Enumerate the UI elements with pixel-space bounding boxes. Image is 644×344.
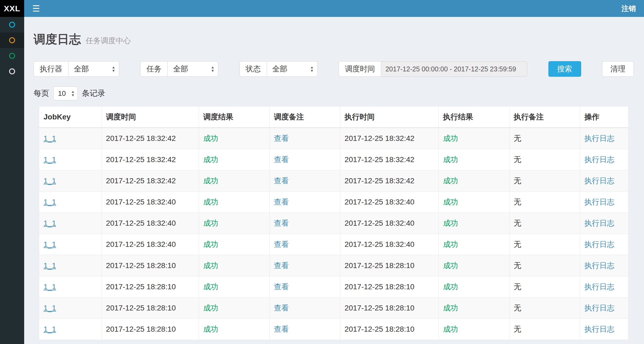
select-arrows-icon: ▲▼ — [310, 65, 314, 72]
table-row: 1_12017-12-25 18:28:10成功查看2017-12-25 18:… — [39, 319, 628, 340]
column-header: 执行备注 — [509, 107, 580, 128]
trigger-msg-link[interactable]: 查看 — [274, 261, 289, 270]
handle-msg-cell: 无 — [509, 255, 580, 276]
hamburger-menu-icon[interactable]: ☰ — [32, 4, 40, 13]
table-row: 1_12017-12-25 18:28:10成功查看2017-12-25 18:… — [39, 276, 628, 298]
time-range-input[interactable] — [381, 61, 527, 77]
exec-log-link[interactable]: 执行日志 — [584, 283, 614, 291]
app-logo[interactable]: XXL — [0, 0, 24, 17]
page-header: 调度日志 任务调度中心 — [34, 31, 634, 47]
exec-log-link[interactable]: 执行日志 — [584, 155, 614, 164]
trigger-time-cell: 2017-12-25 18:28:10 — [102, 276, 199, 298]
jobkey-link[interactable]: 1_1 — [44, 134, 56, 142]
handle-result-cell: 成功 — [439, 128, 509, 149]
column-header: 调度备注 — [269, 107, 340, 128]
jobkey-link[interactable]: 1_1 — [44, 219, 56, 227]
trigger-result-cell: 成功 — [199, 149, 269, 170]
select-arrows-icon: ▲▼ — [112, 65, 115, 72]
exec-log-link-cell: 执行日志 — [580, 255, 628, 276]
clear-button[interactable]: 清理 — [602, 61, 634, 77]
trigger-msg-link[interactable]: 查看 — [274, 134, 289, 142]
sidebar-item-4[interactable] — [0, 64, 24, 79]
exec-log-link[interactable]: 执行日志 — [584, 177, 614, 185]
sidebar-menu — [0, 17, 24, 344]
trigger-msg-link-cell: 查看 — [269, 234, 340, 255]
circle-icon — [9, 37, 15, 43]
sidebar-item-2[interactable] — [0, 32, 24, 48]
log-table-body: 1_12017-12-25 18:32:42成功查看2017-12-25 18:… — [39, 128, 628, 340]
navbar-main: ☰ 注销 — [24, 0, 644, 17]
exec-log-link[interactable]: 执行日志 — [584, 325, 614, 333]
trigger-msg-link-cell: 查看 — [269, 192, 340, 213]
handle-msg-cell: 无 — [509, 192, 580, 213]
sidebar-item-3[interactable] — [0, 48, 24, 64]
page-title: 调度日志 — [34, 31, 81, 47]
exec-log-link[interactable]: 执行日志 — [584, 219, 614, 227]
trigger-time-cell: 2017-12-25 18:28:10 — [102, 319, 199, 340]
handle-time-cell: 2017-12-25 18:28:10 — [340, 276, 439, 298]
logout-link[interactable]: 注销 — [621, 4, 636, 13]
trigger-msg-link[interactable]: 查看 — [274, 219, 289, 227]
handle-msg-cell: 无 — [509, 170, 580, 192]
trigger-msg-link[interactable]: 查看 — [274, 304, 289, 312]
exec-log-link[interactable]: 执行日志 — [584, 198, 614, 206]
jobkey-link[interactable]: 1_1 — [44, 283, 56, 291]
trigger-msg-link[interactable]: 查看 — [274, 155, 289, 164]
trigger-msg-link[interactable]: 查看 — [274, 177, 289, 185]
exec-log-link[interactable]: 执行日志 — [584, 304, 614, 312]
jobkey-link[interactable]: 1_1 — [44, 325, 56, 333]
trigger-result-cell: 成功 — [199, 319, 269, 340]
job-filter-label: 任务 — [140, 61, 167, 77]
trigger-time-cell: 2017-12-25 18:32:40 — [102, 234, 199, 255]
sidebar-item-1[interactable] — [0, 17, 24, 32]
handle-time-cell: 2017-12-25 18:32:42 — [340, 128, 439, 149]
circle-icon — [9, 53, 15, 59]
exec-log-link[interactable]: 执行日志 — [584, 240, 614, 248]
jobkey-link[interactable]: 1_1 — [44, 177, 56, 185]
jobkey-link-cell: 1_1 — [39, 319, 102, 340]
executor-filter-group: 执行器 全部 ▲▼ — [34, 61, 119, 77]
handle-result-cell: 成功 — [439, 149, 509, 170]
jobkey-link[interactable]: 1_1 — [44, 198, 56, 206]
trigger-msg-link[interactable]: 查看 — [274, 325, 289, 333]
page-subtitle: 任务调度中心 — [86, 36, 131, 46]
search-button[interactable]: 搜索 — [548, 61, 581, 77]
pagesize-select[interactable]: 10 ▲▼ — [53, 86, 78, 100]
exec-log-link-cell: 执行日志 — [580, 234, 628, 255]
handle-msg-cell: 无 — [509, 319, 580, 340]
trigger-msg-link[interactable]: 查看 — [274, 240, 289, 248]
jobkey-link[interactable]: 1_1 — [44, 304, 56, 312]
status-filter-select[interactable]: 全部 ▲▼ — [267, 61, 318, 77]
circle-icon — [9, 68, 15, 74]
jobkey-link[interactable]: 1_1 — [44, 261, 56, 270]
trigger-msg-link[interactable]: 查看 — [274, 198, 289, 206]
exec-log-link[interactable]: 执行日志 — [584, 134, 614, 142]
executor-filter-label: 执行器 — [34, 61, 68, 77]
table-header-row: JobKey调度时间调度结果调度备注执行时间执行结果执行备注操作 — [39, 107, 628, 128]
select-arrows-icon: ▲▼ — [71, 90, 75, 97]
job-filter-group: 任务 全部 ▲▼ — [140, 61, 218, 77]
handle-time-cell: 2017-12-25 18:32:42 — [340, 149, 439, 170]
jobkey-link[interactable]: 1_1 — [44, 240, 56, 248]
time-filter-group: 调度时间 — [339, 61, 527, 77]
column-header: JobKey — [39, 107, 102, 128]
trigger-msg-link-cell: 查看 — [269, 298, 340, 319]
status-filter-label: 状态 — [240, 61, 267, 77]
exec-log-link[interactable]: 执行日志 — [584, 261, 614, 270]
column-header: 操作 — [580, 107, 628, 128]
jobkey-link-cell: 1_1 — [39, 192, 102, 213]
trigger-msg-link[interactable]: 查看 — [274, 283, 289, 291]
jobkey-link[interactable]: 1_1 — [44, 155, 56, 164]
job-filter-select[interactable]: 全部 ▲▼ — [167, 61, 218, 77]
status-filter-group: 状态 全部 ▲▼ — [240, 61, 318, 77]
handle-time-cell: 2017-12-25 18:28:10 — [340, 298, 439, 319]
executor-filter-select[interactable]: 全部 ▲▼ — [68, 61, 119, 77]
handle-time-cell: 2017-12-25 18:32:40 — [340, 213, 439, 234]
handle-result-cell: 成功 — [439, 234, 509, 255]
handle-result-cell: 成功 — [439, 298, 509, 319]
exec-log-link-cell: 执行日志 — [580, 192, 628, 213]
trigger-time-cell: 2017-12-25 18:28:10 — [102, 298, 199, 319]
trigger-msg-link-cell: 查看 — [269, 255, 340, 276]
job-selected-value: 全部 — [173, 64, 188, 74]
column-header: 调度结果 — [199, 107, 269, 128]
